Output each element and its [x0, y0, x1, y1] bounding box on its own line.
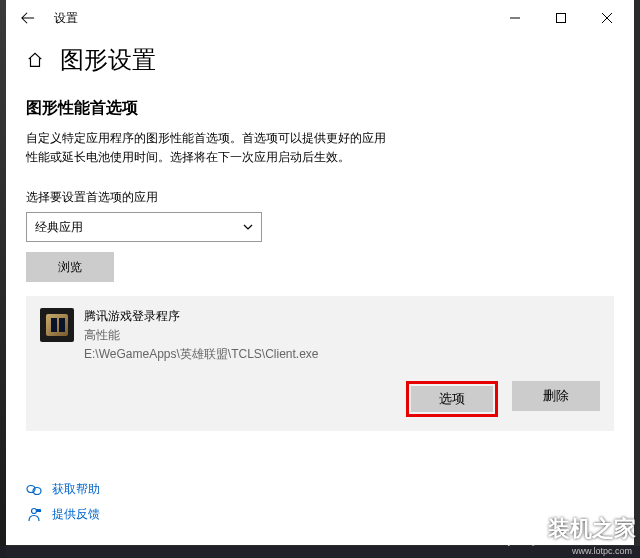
maximize-button[interactable]: [538, 2, 584, 34]
feedback-label: 提供反馈: [52, 506, 100, 523]
content-area: 图形性能首选项 自定义特定应用程序的图形性能首选项。首选项可以提供更好的应用性能…: [6, 88, 634, 545]
app-path: E:\WeGameApps\英雄联盟\TCLS\Client.exe: [84, 346, 319, 363]
app-type-dropdown[interactable]: 经典应用: [26, 212, 262, 242]
home-icon[interactable]: [26, 51, 44, 69]
section-heading: 图形性能首选项: [26, 98, 614, 119]
back-arrow-icon: [21, 11, 35, 25]
minimize-icon: [510, 13, 520, 23]
app-selector-label: 选择要设置首选项的应用: [26, 189, 614, 206]
maximize-icon: [556, 13, 566, 23]
app-name: 腾讯游戏登录程序: [84, 308, 319, 325]
svg-rect-1: [557, 14, 566, 23]
get-help-link[interactable]: 获取帮助: [26, 481, 100, 498]
feedback-link[interactable]: 提供反馈: [26, 506, 100, 523]
minimize-button[interactable]: [492, 2, 538, 34]
titlebar: 设置: [6, 0, 634, 36]
page-header: 图形设置: [6, 36, 634, 88]
remove-button[interactable]: 删除: [512, 381, 600, 411]
watermark-url: www.lotpc.com: [572, 546, 632, 556]
svg-point-4: [32, 508, 37, 513]
app-performance-mode: 高性能: [84, 327, 319, 344]
close-icon: [602, 13, 612, 23]
get-help-label: 获取帮助: [52, 481, 100, 498]
chevron-down-icon: [243, 222, 253, 232]
section-description: 自定义特定应用程序的图形性能首选项。首选项可以提供更好的应用性能或延长电池使用时…: [26, 129, 386, 167]
settings-window: 设置 图形设置 图形性能首选项 自定义特定应用程序的图形性能首选项。首选项可以提…: [6, 0, 634, 545]
window-title: 设置: [54, 10, 78, 27]
browse-button[interactable]: 浏览: [26, 252, 114, 282]
help-icon: [26, 482, 42, 498]
watermark-text: 装机之家: [548, 514, 636, 544]
close-button[interactable]: [584, 2, 630, 34]
star-icon: [500, 506, 542, 548]
back-button[interactable]: [10, 0, 46, 36]
app-card: 腾讯游戏登录程序 高性能 E:\WeGameApps\英雄联盟\TCLS\Cli…: [26, 296, 614, 431]
highlight-annotation: 选项: [406, 381, 498, 417]
dropdown-value: 经典应用: [35, 219, 83, 236]
options-button[interactable]: 选项: [411, 386, 493, 412]
app-icon: [40, 308, 74, 342]
page-title: 图形设置: [60, 44, 156, 76]
feedback-icon: [26, 507, 42, 523]
footer-links: 获取帮助 提供反馈: [26, 481, 100, 523]
svg-rect-5: [36, 509, 41, 512]
